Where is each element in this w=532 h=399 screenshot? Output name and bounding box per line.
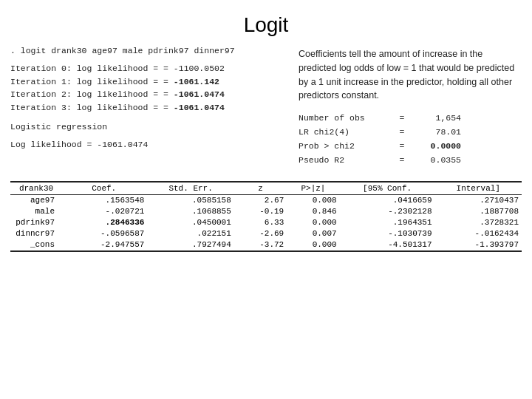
- table-cell: -2.947557: [61, 239, 147, 251]
- table-cell: 2.67: [234, 194, 287, 206]
- regression-table: drank30Coef.Std. Err.zP>|z|[95% Conf.Int…: [10, 181, 522, 252]
- left-panel: . logit drank30 age97 male pdrink97 dinn…: [10, 44, 284, 168]
- stat-value: 0.0355: [409, 154, 461, 168]
- table-row: dinncr97-.0596587.022151-2.690.007-.1030…: [10, 228, 522, 239]
- stats-row: LR chi2(4)=78.01: [299, 126, 522, 140]
- table-row: pdrink97.2846336.04500016.330.000.196435…: [10, 217, 522, 228]
- table-cell: -.1030739: [340, 228, 435, 239]
- table-cell: age97: [10, 194, 61, 206]
- table-cell: .7927494: [147, 239, 233, 251]
- stata-output: . logit drank30 age97 male pdrink97 dinn…: [10, 44, 284, 151]
- table-cell: .2710437: [435, 194, 522, 206]
- stat-eq: =: [395, 112, 409, 126]
- table-cell: .1964351: [340, 217, 435, 228]
- logistic-label: Logistic regression: [10, 120, 284, 134]
- stat-eq: =: [395, 126, 409, 140]
- stat-label: Number of obs: [299, 112, 395, 126]
- table-col-header: Coef.: [61, 182, 147, 195]
- table-dep-var: drank30: [10, 182, 61, 195]
- table-cell: .0450001: [147, 217, 233, 228]
- table-cell: .1068855: [147, 206, 233, 217]
- stat-value: 1,654: [409, 112, 461, 126]
- table-cell: 0.008: [287, 194, 339, 206]
- page-title: Logit: [0, 0, 532, 44]
- stats-row: Prob > chi2=0.0000: [299, 140, 522, 154]
- table-cell: .0585158: [147, 194, 233, 206]
- iteration-row: Iteration 0: log likelihood = = -1100.05…: [10, 62, 284, 75]
- table-cell: .2846336: [61, 217, 147, 228]
- stat-value: 0.0000: [409, 140, 461, 154]
- table-cell: -1.393797: [435, 239, 522, 251]
- table-cell: 0.007: [287, 228, 339, 239]
- table-cell: -.0162434: [435, 228, 522, 239]
- stats-row: Pseudo R2=0.0355: [299, 154, 522, 168]
- table-cell: 0.000: [287, 239, 339, 251]
- stat-label: Prob > chi2: [299, 140, 395, 154]
- table-cell: .022151: [147, 228, 233, 239]
- table-col-header: z: [234, 182, 287, 195]
- table-cell: -0.19: [234, 206, 287, 217]
- table-cell: pdrink97: [10, 217, 61, 228]
- table-col-header: Interval]: [435, 182, 522, 195]
- table-container: drank30Coef.Std. Err.zP>|z|[95% Conf.Int…: [0, 181, 532, 252]
- iteration-block: Iteration 0: log likelihood = = -1100.05…: [10, 62, 284, 115]
- table-cell: .3728321: [435, 217, 522, 228]
- table-cell: -.2302128: [340, 206, 435, 217]
- table-row: male-.020721.1068855-0.190.846-.2302128.…: [10, 206, 522, 217]
- table-cell: .0416659: [340, 194, 435, 206]
- stats-row: Number of obs=1,654: [299, 112, 522, 126]
- stat-eq: =: [395, 140, 409, 154]
- table-col-header: P>|z|: [287, 182, 339, 195]
- table-cell: male: [10, 206, 61, 217]
- right-panel: Coefficients tell the amount of increase…: [291, 44, 522, 168]
- stat-eq: =: [395, 154, 409, 168]
- table-cell: -4.501317: [340, 239, 435, 251]
- stat-value: 78.01: [409, 126, 461, 140]
- stata-command: . logit drank30 age97 male pdrink97 dinn…: [10, 44, 284, 58]
- table-cell: 6.33: [234, 217, 287, 228]
- table-row: _cons-2.947557.7927494-3.720.000-4.50131…: [10, 239, 522, 251]
- table-cell: 0.000: [287, 217, 339, 228]
- table-cell: .1887708: [435, 206, 522, 217]
- table-cell: 0.846: [287, 206, 339, 217]
- description-text: Coefficients tell the amount of increase…: [299, 44, 522, 110]
- stat-label: LR chi2(4): [299, 126, 395, 140]
- iteration-row: Iteration 1: log likelihood = = -1061.14…: [10, 75, 284, 89]
- table-cell: _cons: [10, 239, 61, 251]
- table-cell: -3.72: [234, 239, 287, 251]
- iteration-row: Iteration 3: log likelihood = = -1061.04…: [10, 101, 284, 115]
- table-row: age97.1563548.05851582.670.008.0416659.2…: [10, 194, 522, 206]
- table-col-header: Std. Err.: [147, 182, 233, 195]
- table-cell: -.020721: [61, 206, 147, 217]
- loglik-label: Log likelihood = -1061.0474: [10, 138, 284, 151]
- table-cell: -2.69: [234, 228, 287, 239]
- iteration-row: Iteration 2: log likelihood = = -1061.04…: [10, 88, 284, 101]
- table-cell: .1563548: [61, 194, 147, 206]
- table-cell: -.0596587: [61, 228, 147, 239]
- stats-block: Number of obs=1,654LR chi2(4)=78.01Prob …: [299, 112, 522, 168]
- table-col-header: [95% Conf.: [340, 182, 435, 195]
- table-cell: dinncr97: [10, 228, 61, 239]
- stat-label: Pseudo R2: [299, 154, 395, 168]
